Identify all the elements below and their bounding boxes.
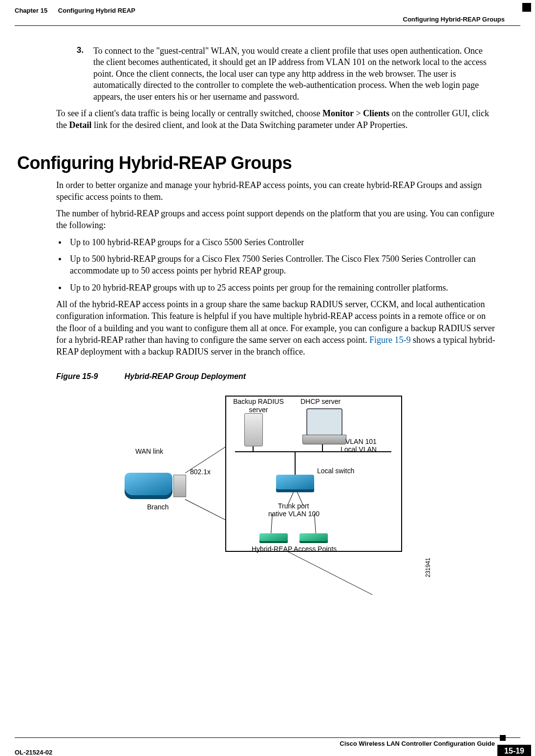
drop-line [253,445,254,451]
footer-marker [500,735,506,741]
section-heading: Configuring Hybrid-REAP Groups [17,153,498,173]
followup-paragraph: To see if a client's data traffic is bei… [56,107,498,131]
intro-para-2: The number of hybrid-REAP groups and acc… [56,208,498,231]
text-run: To see if a client's data traffic is bei… [56,108,322,118]
label-backup-radius: Backup RADIUS server [229,398,288,413]
label-branch: Branch [147,503,169,511]
section-breadcrumb: Configuring Hybrid-REAP Groups [403,16,505,23]
chapter-title: Configuring Hybrid REAP [58,7,135,14]
intro-para-1: In order to better organize and manage y… [56,179,498,203]
label-local-switch: Local switch [317,467,354,475]
label-vlan-101: VLAN 101 [345,438,377,445]
figure-id: 231941 [425,558,431,577]
step-number: 3. [77,45,91,55]
label-trunk-port: Trunk port [278,502,309,510]
bullet-item: Up to 500 hybrid-REAP groups for a Cisco… [56,253,498,277]
page-number: 15-19 [497,745,531,756]
switch-icon [276,475,314,492]
bullet-list: Up to 100 hybrid-REAP groups for a Cisco… [56,236,498,294]
chapter-number: Chapter 15 [15,7,47,14]
chapter-ref: Chapter 15 Configuring Hybrid REAP [15,7,135,14]
text-run: link for the desired client, and look at… [91,120,407,130]
figure-caption: Figure 15-9 Hybrid-REAP Group Deployment [56,372,498,381]
running-header: Chapter 15 Configuring Hybrid REAP Confi… [15,0,520,26]
figure-number: Figure 15-9 [56,372,98,380]
corner-marker [522,3,531,12]
drop-line [322,443,323,451]
figure-title: Hybrid-REAP Group Deployment [125,372,246,380]
running-footer: Cisco Wireless LAN Controller Configurat… [15,737,520,747]
menu-clients: Clients [363,108,389,118]
label-local-vlan: Local VLAN [341,445,377,453]
access-point-icon [259,533,288,543]
label-native-vlan: native VLAN 100 [268,510,320,518]
step-text: To connect to the "guest-central" WLAN, … [93,45,494,103]
server-icon [244,413,263,446]
bullet-item: Up to 100 hybrid-REAP groups for a Cisco… [56,236,498,248]
page: Chapter 15 Configuring Hybrid REAP Confi… [0,0,535,756]
router-icon [125,473,172,499]
figure-crossref[interactable]: Figure 15-9 [369,335,411,345]
bullet-item: Up to 20 hybrid-REAP groups with up to 2… [56,282,498,294]
monitor-icon [306,408,342,436]
desktop-base-icon [302,435,346,444]
label-hreap-aps: Hybrid-REAP Access Points [252,545,337,553]
book-title: Cisco Wireless LAN Controller Configurat… [15,740,495,747]
router-module-icon [173,475,186,497]
drop-line [295,451,296,475]
menu-monitor: Monitor [322,108,354,118]
label-wan-link: WAN link [135,447,163,455]
body-content: 3. To connect to the "guest-central" WLA… [37,45,498,565]
label-dhcp-server: DHCP server [300,398,341,405]
access-point-icon [300,533,328,543]
link-detail: Detail [69,120,92,130]
document-number: OL-21524-02 [15,749,52,756]
step-3: 3. To connect to the "guest-central" WLA… [77,45,498,103]
figure-diagram: WAN link 802.1x Branch Backup RADIUS ser… [115,389,428,565]
after-bullets-paragraph: All of the hybrid-REAP access points in … [56,298,498,357]
text-run: > [354,108,363,118]
label-802-1x: 802.1x [190,468,211,476]
